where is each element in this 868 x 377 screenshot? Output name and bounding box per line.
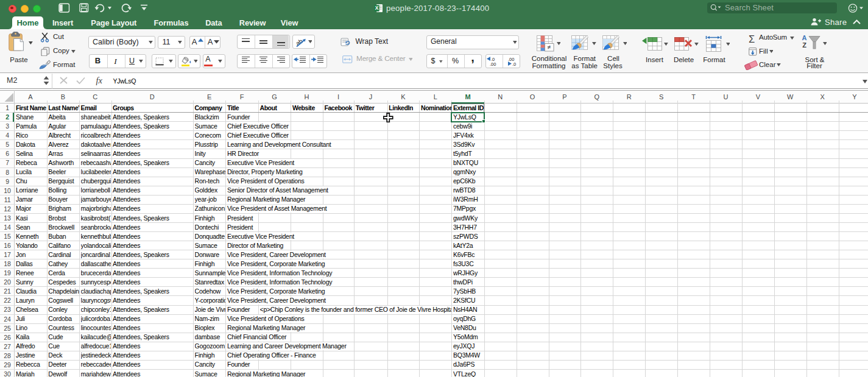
svg-text:≠: ≠ (548, 43, 551, 51)
svg-text:.0: .0 (512, 62, 516, 67)
svg-text:X: X (375, 5, 379, 11)
svg-text:.00: .00 (490, 62, 496, 67)
